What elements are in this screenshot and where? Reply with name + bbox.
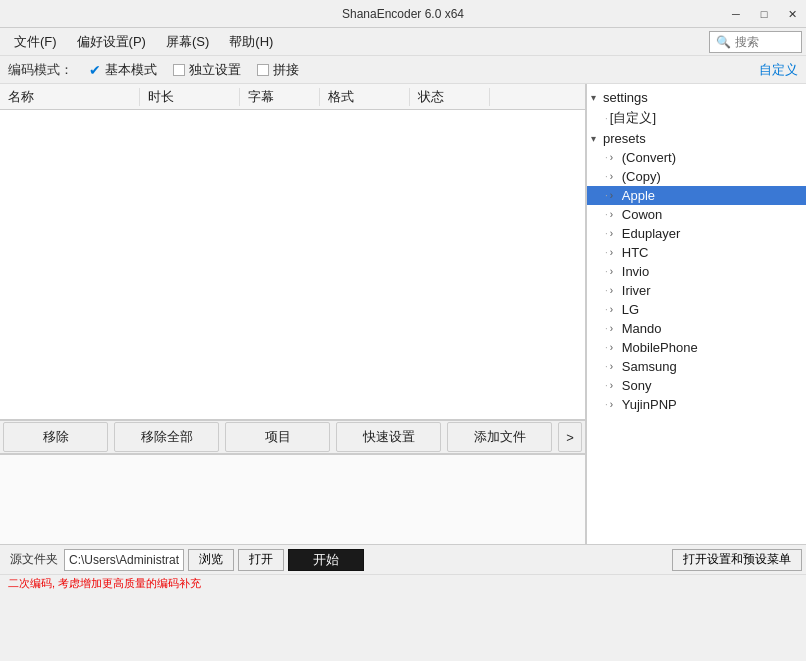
tree-node-arrow: › <box>610 190 622 201</box>
col-status: 状态 <box>410 88 490 106</box>
tree-node-arrow: › <box>610 323 622 334</box>
menu-preferences[interactable]: 偏好设置(P) <box>67 30 156 54</box>
tree-item-label: settings <box>603 90 648 105</box>
search-input[interactable] <box>735 35 795 49</box>
tree-node-arrow: › <box>610 399 622 410</box>
tree-item-label: MobilePhone <box>622 340 698 355</box>
tree-item-mando[interactable]: ·›Mando <box>587 319 806 338</box>
menu-bar: 文件(F) 偏好设置(P) 屏幕(S) 帮助(H) 🔍 <box>0 28 806 56</box>
search-icon: 🔍 <box>716 35 731 49</box>
tree-dots: · <box>605 304 608 315</box>
start-button[interactable]: 开始 <box>288 549 364 571</box>
tree-item-label: Samsung <box>622 359 677 374</box>
tree-dots: · <box>605 285 608 296</box>
tree-node-arrow: › <box>610 266 622 277</box>
tree-item-label: HTC <box>622 245 649 260</box>
concat-label: 拼接 <box>273 61 299 79</box>
add-file-button[interactable]: 添加文件 <box>447 422 552 452</box>
independent-label: 独立设置 <box>189 61 241 79</box>
tree-dots: · <box>605 190 608 201</box>
tree-item-lg[interactable]: ·›LG <box>587 300 806 319</box>
basic-mode-label: 基本模式 <box>105 61 157 79</box>
remove-all-button[interactable]: 移除全部 <box>114 422 219 452</box>
tree-item-label: Cowon <box>622 207 662 222</box>
status-hint: 二次编码, 考虑增加更高质量的编码补充 <box>0 574 806 590</box>
tree-dots: · <box>605 152 608 163</box>
tree-node-arrow: › <box>610 171 622 182</box>
tree-node-arrow: › <box>610 152 622 163</box>
tree-item-apple[interactable]: ·›Apple <box>587 186 806 205</box>
tree-item-invio[interactable]: ·›Invio <box>587 262 806 281</box>
search-box[interactable]: 🔍 <box>709 31 802 53</box>
tree-item-mobilephone[interactable]: ·›MobilePhone <box>587 338 806 357</box>
main-layout: 名称 时长 字幕 格式 状态 移除 移除全部 项目 快速设置 添加文件 > ▾s… <box>0 84 806 544</box>
tree-node-arrow: › <box>610 247 622 258</box>
tree-item-htc[interactable]: ·›HTC <box>587 243 806 262</box>
tree-dots: · <box>605 171 608 182</box>
checkbox-empty-icon <box>173 64 185 76</box>
tree-node-arrow: › <box>610 209 622 220</box>
tree-dots: · <box>605 247 608 258</box>
tree-item-sony[interactable]: ·›Sony <box>587 376 806 395</box>
menu-help[interactable]: 帮助(H) <box>219 30 283 54</box>
menu-screen[interactable]: 屏幕(S) <box>156 30 219 54</box>
close-button[interactable]: ✕ <box>778 0 806 28</box>
tree-item-iriver[interactable]: ·›Iriver <box>587 281 806 300</box>
button-bar: 移除 移除全部 项目 快速设置 添加文件 > <box>0 420 585 454</box>
quick-settings-button[interactable]: 快速设置 <box>336 422 441 452</box>
tree-dots: · <box>605 380 608 391</box>
encode-basic-mode[interactable]: ✔ 基本模式 <box>89 61 157 79</box>
tree-item-label: Iriver <box>622 283 651 298</box>
encode-independent[interactable]: 独立设置 <box>173 61 241 79</box>
tree-dots: · <box>605 266 608 277</box>
tree-item-label: YujinPNP <box>622 397 677 412</box>
customize-link[interactable]: 自定义 <box>759 61 798 79</box>
tree-arrow-icon: ▾ <box>591 133 603 144</box>
left-panel: 名称 时长 字幕 格式 状态 移除 移除全部 项目 快速设置 添加文件 > <box>0 84 586 544</box>
menu-file[interactable]: 文件(F) <box>4 30 67 54</box>
status-hint-text: 二次编码, 考虑增加更高质量的编码补充 <box>8 577 201 589</box>
tree-dots: · <box>605 361 608 372</box>
tree-item-label: LG <box>622 302 639 317</box>
title-bar: ShanaEncoder 6.0 x64 ─ □ ✕ <box>0 0 806 28</box>
tree-item-cowon[interactable]: ·›Cowon <box>587 205 806 224</box>
source-folder-label: 源文件夹 <box>4 551 64 568</box>
tree-item-eduplayer[interactable]: ·›Eduplayer <box>587 224 806 243</box>
tree-arrow-icon: ▾ <box>591 92 603 103</box>
browse-button[interactable]: 浏览 <box>188 549 234 571</box>
table-body <box>0 110 585 420</box>
tree-item-label: Sony <box>622 378 652 393</box>
more-button[interactable]: > <box>558 422 582 452</box>
checkmark-icon: ✔ <box>89 62 101 78</box>
tree-item-label: Apple <box>622 188 655 203</box>
tree-item-copy[interactable]: ·›(Copy) <box>587 167 806 186</box>
tree-item-convert[interactable]: ·›(Convert) <box>587 148 806 167</box>
tree-item-presets[interactable]: ▾presets <box>587 129 806 148</box>
tree-dots: · <box>605 323 608 334</box>
log-panel <box>0 454 585 544</box>
tree-item-label: [自定义] <box>610 109 656 127</box>
tree-item-label: (Copy) <box>622 169 661 184</box>
open-settings-button[interactable]: 打开设置和预设菜单 <box>672 549 802 571</box>
window-controls: ─ □ ✕ <box>722 0 806 28</box>
tree-item-custom[interactable]: ·[自定义] <box>587 107 806 129</box>
tree-dots: · <box>605 113 608 124</box>
source-path-input[interactable] <box>64 549 184 571</box>
tree-node-arrow: › <box>610 285 622 296</box>
remove-button[interactable]: 移除 <box>3 422 108 452</box>
minimize-button[interactable]: ─ <box>722 0 750 28</box>
tree-item-samsung[interactable]: ·›Samsung <box>587 357 806 376</box>
tree-dots: · <box>605 342 608 353</box>
encode-concat[interactable]: 拼接 <box>257 61 299 79</box>
tree-item-settings[interactable]: ▾settings <box>587 88 806 107</box>
open-button[interactable]: 打开 <box>238 549 284 571</box>
tree-node-arrow: › <box>610 380 622 391</box>
tree-dots: · <box>605 209 608 220</box>
tree-item-label: Mando <box>622 321 662 336</box>
app-title: ShanaEncoder 6.0 x64 <box>342 7 464 21</box>
project-button[interactable]: 项目 <box>225 422 330 452</box>
tree-dots: · <box>605 399 608 410</box>
maximize-button[interactable]: □ <box>750 0 778 28</box>
tree-item-label: Invio <box>622 264 649 279</box>
tree-item-yujinpnp[interactable]: ·›YujinPNP <box>587 395 806 414</box>
